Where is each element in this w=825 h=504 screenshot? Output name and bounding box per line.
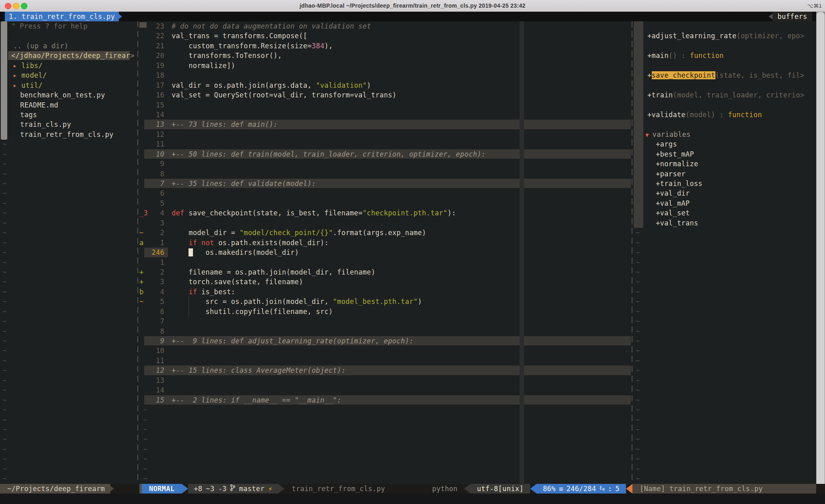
tree-item-train-cls-py[interactable]: train_cls.py bbox=[0, 120, 137, 129]
tree-item--press-for-help[interactable]: " Press ? for help bbox=[0, 21, 137, 31]
code-line[interactable]: 6 shutil.copyfile(filename, src) bbox=[137, 307, 632, 316]
code-line[interactable]: +2 filename = os.path.join(model_dir, fi… bbox=[137, 267, 632, 277]
code-line[interactable]: 6 bbox=[137, 188, 632, 198]
tag-args[interactable]: +args bbox=[632, 139, 825, 149]
line-number: 15 bbox=[147, 395, 164, 405]
tag-blank-row bbox=[632, 61, 825, 70]
code-line[interactable]: 8 bbox=[137, 326, 632, 336]
tab-active[interactable]: 1. train_retr_from_cls.py bbox=[5, 12, 119, 21]
code-line[interactable]: 10 bbox=[137, 346, 632, 355]
line-number: 13 bbox=[147, 120, 164, 129]
tree-item-model-[interactable]: ▸ model/ bbox=[0, 70, 137, 80]
empty-line-tilde: ~ bbox=[632, 258, 825, 267]
window-separator-left[interactable] bbox=[137, 21, 138, 484]
empty-line-tilde: ~ bbox=[632, 385, 825, 395]
tag-best_mAP[interactable]: +best_mAP bbox=[632, 149, 825, 159]
code-line[interactable]: a1 if not os.path.exists(model_dir): bbox=[137, 238, 632, 248]
line-number: 10 bbox=[147, 149, 164, 159]
code-line[interactable]: 16val_set = QuerySet(root=val_dir, trans… bbox=[137, 90, 632, 100]
powerline-arrow-icon bbox=[464, 484, 471, 494]
tree-item-tags[interactable]: tags bbox=[0, 110, 137, 120]
code-line[interactable]: ~2 model_dir = "model/check_point/{}".fo… bbox=[137, 228, 632, 238]
line-number: 8 bbox=[147, 326, 164, 336]
code-line[interactable]: 5 bbox=[137, 198, 632, 208]
tag-adjust_learning_rate[interactable]: +adjust_learning_rate(optimizer, epo> bbox=[632, 31, 825, 41]
tree-item-libs-[interactable]: ▸ libs/ bbox=[0, 61, 137, 70]
code-line[interactable]: 3 bbox=[137, 218, 632, 228]
code-line[interactable]: 20 transforms.ToTensor(), bbox=[137, 51, 632, 60]
code-line[interactable]: 19 normalize]) bbox=[137, 61, 632, 70]
tree-item-benchmark-on-test-py[interactable]: benchmark_on_test.py bbox=[0, 90, 137, 100]
git-modified: ~3 bbox=[206, 484, 214, 494]
fold-line[interactable]: 12+-- 15 lines: class AverageMeter(objec… bbox=[137, 366, 632, 375]
code-line[interactable]: 9 bbox=[137, 159, 632, 169]
folder-collapsed-icon: ▸ bbox=[13, 71, 21, 79]
code-line[interactable]: 18 bbox=[137, 70, 632, 80]
empty-line-tilde: ~ bbox=[0, 395, 137, 405]
code-line[interactable]: +3 torch.save(state, filename) bbox=[137, 277, 632, 287]
tag-validate[interactable]: +validate(model) : function bbox=[632, 110, 825, 120]
code-line[interactable]: _34def save_checkpoint(state, is_best, f… bbox=[137, 208, 632, 218]
git-removed: -3 bbox=[218, 484, 226, 494]
tag-save_checkpoint[interactable]: +save_checkpoint(state, is_best, fil> bbox=[632, 70, 825, 80]
empty-line-tilde: ~ bbox=[0, 297, 137, 306]
tag-val_set[interactable]: +val_set bbox=[632, 208, 825, 218]
powerline-arrow-icon bbox=[530, 484, 537, 494]
line-number: 3 bbox=[147, 277, 164, 287]
code-line[interactable]: 17val_dir = os.path.join(args.data, "val… bbox=[137, 81, 632, 90]
empty-line-tilde: ~ bbox=[137, 425, 632, 434]
tree-item--up-a-dir-[interactable]: .. (up a dir) bbox=[0, 41, 137, 51]
code-line[interactable]: 12 bbox=[137, 130, 632, 139]
code-line[interactable]: 23# do not do data augmentation on valid… bbox=[137, 21, 632, 31]
tree-item--jdhao-projects-deep-firear[interactable]: </jdhao/Projects/deep_firear> bbox=[0, 51, 137, 60]
line-number: 9 bbox=[147, 336, 164, 346]
window-separator-right[interactable] bbox=[632, 21, 632, 484]
code-line[interactable]: 15 bbox=[137, 100, 632, 110]
tagbar-scrollbar[interactable] bbox=[634, 21, 643, 228]
code-line[interactable]: 11 bbox=[137, 356, 632, 366]
tag-val_mAP[interactable]: +val_mAP bbox=[632, 198, 825, 208]
tag-val_trans[interactable]: +val_trans bbox=[632, 218, 825, 228]
powerline-arrow-icon bbox=[182, 484, 188, 494]
fold-line[interactable]: 7+-- 35 lines: def validate(model): bbox=[137, 179, 632, 188]
tree-item-util-[interactable]: ▸ util/ bbox=[0, 81, 137, 90]
line-number: 5 bbox=[147, 198, 164, 208]
fold-line[interactable]: 10+-- 50 lines: def train(model, train_l… bbox=[137, 149, 632, 159]
line-number: 1 bbox=[147, 258, 164, 267]
tag-train_loss[interactable]: +train_loss bbox=[632, 179, 825, 188]
tag-val_dir[interactable]: +val_dir bbox=[632, 188, 825, 198]
tab-arrow-icon bbox=[116, 12, 122, 21]
empty-line-tilde: ~ bbox=[632, 454, 825, 464]
tag-variables[interactable]: ▼ variables bbox=[632, 130, 825, 139]
code-line[interactable]: 14 bbox=[137, 385, 632, 395]
code-line[interactable]: ~5 src = os.path.join(model_dir, "model_… bbox=[137, 297, 632, 306]
code-line[interactable]: 8 bbox=[137, 169, 632, 179]
empty-line-tilde: ~ bbox=[0, 444, 137, 454]
nerdtree-scrollbar[interactable] bbox=[1, 21, 7, 140]
line-number: 23 bbox=[147, 21, 164, 31]
tag-main[interactable]: +main() : function bbox=[632, 51, 825, 60]
code-line[interactable]: 1 bbox=[137, 258, 632, 267]
empty-line-tilde: ~ bbox=[632, 238, 825, 248]
tag-parser[interactable]: +parser bbox=[632, 169, 825, 179]
tag-train[interactable]: +train(model, train_loader, criterio> bbox=[632, 90, 825, 100]
fold-line[interactable]: 13+-- 73 lines: def main(): bbox=[137, 120, 632, 129]
tree-item-readme-md[interactable]: README.md bbox=[0, 100, 137, 110]
code-line[interactable]: 14 bbox=[137, 110, 632, 120]
code-line[interactable]: 13 bbox=[137, 376, 632, 385]
tree-item-train-retr-from-cls-py[interactable]: train_retr_from_cls.py bbox=[0, 130, 137, 139]
code-line[interactable]: 7 bbox=[137, 316, 632, 326]
command-line[interactable] bbox=[0, 494, 825, 504]
fold-line[interactable]: 9+-- 9 lines: def adjust_learning_rate(o… bbox=[137, 336, 632, 346]
cursor-line[interactable]: 246 os.makedirs(model_dir) bbox=[137, 248, 632, 257]
code-line[interactable]: 22val_trans = transforms.Compose([ bbox=[137, 31, 632, 41]
fold-line[interactable]: 15+-- 2 lines: if __name__ == "__main__"… bbox=[137, 395, 632, 405]
code-line[interactable]: b4 if is_best: bbox=[137, 287, 632, 297]
empty-line-tilde: ~ bbox=[0, 188, 137, 198]
right-scrollbar-thumb[interactable] bbox=[817, 12, 825, 494]
tag-normalize[interactable]: +normalize bbox=[632, 159, 825, 169]
code-line[interactable]: 11 bbox=[137, 139, 632, 149]
tag-variable-name: +val_trans bbox=[656, 219, 698, 227]
tree-blank-row bbox=[0, 31, 137, 41]
code-line[interactable]: 21 custom_transform.Resize(size=384), bbox=[137, 41, 632, 51]
